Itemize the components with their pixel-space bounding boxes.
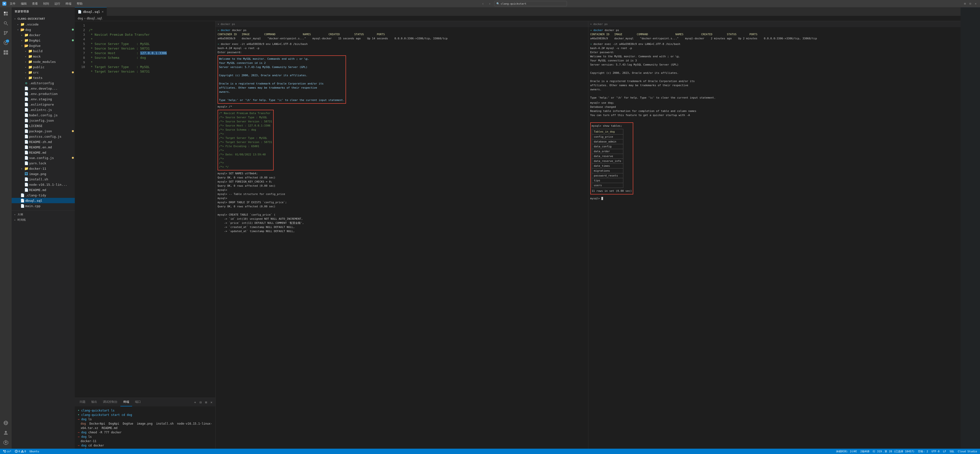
folder-icon: 📁 — [28, 65, 32, 69]
terminal-pane-left-body[interactable]: → docker docker ps CONTAINER ID IMAGE CO… — [216, 27, 588, 449]
status-branch[interactable]: cs* — [2, 450, 13, 453]
file-icon: 📄 — [24, 183, 28, 186]
tree-item-clangtidy[interactable]: ▸ 📄 .clang-tidy — [12, 192, 75, 198]
status-position[interactable]: 行 319，第 28 (已选择 18457) — [872, 450, 915, 453]
nav-back[interactable]: ‹ — [480, 1, 485, 6]
status-cloud: 2核4GB — [859, 450, 870, 453]
panel-tab-debug[interactable]: 调试控制台 — [100, 398, 121, 406]
dogapi-dot — [72, 39, 74, 41]
tree-item-dogapi[interactable]: ▸ 📁 DogApi — [12, 38, 75, 43]
menu-terminal[interactable]: 终端 — [64, 1, 73, 6]
panel-close-btn[interactable]: × — [210, 400, 213, 405]
status-line-ending[interactable]: LF — [942, 450, 947, 453]
mysql-use-dog: mysql> use dog; — [590, 101, 959, 105]
menu-help[interactable]: 帮助 — [75, 1, 84, 6]
tree-item-eslintrc[interactable]: ▸ 📄 .eslintrc.js — [12, 107, 75, 113]
panel-tab-terminal[interactable]: 终端 — [121, 398, 132, 406]
mysql-col-created: -> `created_at` timestamp NULL DEFAULT N… — [218, 225, 586, 229]
tree-item-tests[interactable]: ▸ 📁 tests — [12, 75, 75, 80]
terminal-content[interactable]: • clang-quickstart ls • clang-quickstart… — [75, 406, 215, 449]
split-icon[interactable]: ⊟ — [968, 2, 972, 6]
panel-tab-ports[interactable]: 端口 — [132, 398, 144, 406]
terminal-pane-right-body[interactable]: → docker docker ps CONTAINER ID IMAGE CO… — [588, 27, 961, 449]
tree-item-vscode[interactable]: ▸ 📁 .vscode — [12, 22, 75, 27]
nav-forward[interactable]: › — [487, 1, 492, 6]
file-icon: ⚙ — [24, 81, 28, 85]
code-content[interactable]: /* * Navicat Premium Data Transfer * * S… — [87, 21, 215, 398]
tree-item-public[interactable]: ▸ 📁 public — [12, 64, 75, 70]
tree-item-docker11[interactable]: ▸ 📁 docker-11 — [12, 166, 75, 171]
tree-item-editorconfig[interactable]: ▸ ⚙ .editorconfig — [12, 80, 75, 86]
outline-header[interactable]: ▸ 大纲 — [12, 212, 75, 217]
file-icon: 📄 — [24, 145, 28, 149]
activity-remote[interactable] — [2, 419, 10, 427]
tree-item-nodemodules[interactable]: ▸ 📁 node_modules — [12, 59, 75, 64]
tree-item-license[interactable]: ▸ 📄 LICENSE — [12, 123, 75, 129]
tree-item-src[interactable]: ▸ 📁 src — [12, 70, 75, 75]
search-bar[interactable]: 🔍 clang-quickstart — [494, 1, 567, 6]
docker-cmd-right: → docker docker ps — [590, 28, 959, 32]
svg-rect-14 — [4, 53, 6, 55]
panel-tab-output[interactable]: 输出 — [88, 398, 100, 406]
tree-item-dog[interactable]: ▾ 📂 dog — [12, 27, 75, 32]
tree-item-dbsql[interactable]: ▸ 📄 dbsql.sql — [12, 198, 75, 203]
sidebar-content[interactable]: ▾ CLANG-QUICKSTART ▸ 📁 .vscode ▾ 📂 dog ▸… — [12, 16, 75, 449]
status-language[interactable]: SQL — [949, 450, 956, 453]
tree-item-build[interactable]: ▸ 📁 build — [12, 48, 75, 54]
timeline-header[interactable]: ▸ 时间线 — [12, 217, 75, 222]
tree-item-main[interactable]: ▸ 📄 main.cpp — [12, 203, 75, 208]
tree-item-dogvue[interactable]: ▾ 📂 DogVue — [12, 43, 75, 48]
status-errors[interactable]: 0 0 — [14, 450, 27, 453]
svg-rect-1 — [4, 12, 6, 13]
activity-extensions[interactable] — [2, 48, 10, 57]
tree-item-docker[interactable]: ▸ 📁 docker — [12, 32, 75, 38]
activity-debug[interactable]: 41 — [2, 38, 10, 47]
svg-point-19 — [5, 431, 7, 433]
activity-git[interactable] — [2, 29, 10, 37]
panel-add-btn[interactable]: + — [193, 400, 197, 405]
activity-settings[interactable] — [2, 438, 10, 447]
tree-item-envstaging[interactable]: ▸ 📄 .env.staging — [12, 96, 75, 102]
layout-icon[interactable]: ⊞ — [963, 2, 967, 6]
panel-tab-problems[interactable]: 问题 — [77, 398, 88, 406]
tree-item-install[interactable]: ▸ 📄 install.sh — [12, 176, 75, 182]
close-icon[interactable]: ✕ — [974, 2, 978, 6]
menu-edit[interactable]: 编辑 — [19, 1, 29, 6]
tree-item-postcss[interactable]: ▸ 📄 postcss.config.js — [12, 134, 75, 139]
activity-account[interactable] — [2, 428, 10, 437]
tree-item-jsconfig[interactable]: ▸ 📄 jsconfig.json — [12, 118, 75, 123]
tree-item-eslintignore[interactable]: ▸ 📄 .eslintignore — [12, 102, 75, 107]
tree-item-readme[interactable]: ▸ 📄 README.md — [12, 150, 75, 155]
tree-item-package[interactable]: ▸ 📄 package.json — [12, 129, 75, 134]
status-info[interactable]: Ubuntu — [29, 450, 40, 453]
menu-run[interactable]: 运行 — [52, 1, 62, 6]
folder-icon: 📁 — [28, 60, 32, 63]
tree-item-vueconfig[interactable]: ▸ 📄 vue.config.js — [12, 155, 75, 160]
tree-item-readme2[interactable]: ▸ 📄 README.md — [12, 187, 75, 192]
tree-item-envprod[interactable]: ▸ 📄 .env.production — [12, 91, 75, 96]
menu-file[interactable]: 文件 — [8, 1, 18, 6]
tree-item-readme-en[interactable]: ▸ 📄 README.en.md — [12, 144, 75, 150]
tree-item-readme-zh[interactable]: ▸ 📄 README-zh.md — [12, 139, 75, 144]
mysql-password-right: Enter password: — [590, 50, 959, 54]
tab-dbsql[interactable]: 📄 dbsql.sql × — [75, 7, 107, 16]
tab-close[interactable]: × — [102, 10, 103, 14]
activity-explorer[interactable] — [2, 9, 10, 18]
svg-line-6 — [6, 24, 8, 25]
tree-root[interactable]: ▾ CLANG-QUICKSTART — [12, 16, 75, 22]
status-encoding[interactable]: UTF-8 — [931, 450, 940, 453]
status-spaces[interactable]: 空格: 2 — [917, 450, 929, 453]
panel-maximize-btn[interactable]: ⊞ — [204, 400, 208, 405]
menu-goto[interactable]: 转到 — [41, 1, 51, 6]
tree-item-babel[interactable]: ▸ 📄 babel.config.js — [12, 113, 75, 118]
activity-search[interactable] — [2, 19, 10, 28]
tree-item-envdev[interactable]: ▸ 📄 .env.develop... — [12, 86, 75, 91]
tree-item-yarnlock[interactable]: ▸ 📄 yarn.lock — [12, 160, 75, 166]
tree-item-image[interactable]: ▸ 🖼 image.png — [12, 171, 75, 176]
tree-item-mock[interactable]: ▸ 📁 mock — [12, 54, 75, 59]
folder-icon: 📁 — [28, 76, 32, 79]
status-cloud-studio: Cloud Studio — [957, 450, 978, 453]
panel-split-btn[interactable]: ⊟ — [199, 400, 202, 405]
tree-item-node[interactable]: ▸ 📄 node-v16.15.1-lin... — [12, 182, 75, 187]
menu-view[interactable]: 查看 — [30, 1, 40, 6]
